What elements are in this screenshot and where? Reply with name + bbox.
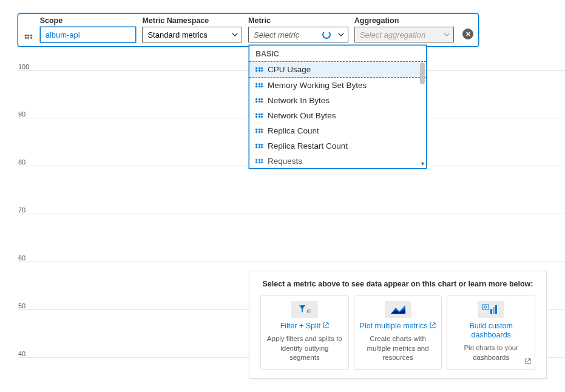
metric-placeholder: Select metric (254, 30, 299, 39)
gridline (18, 262, 565, 262)
chevron-down-icon (232, 32, 238, 38)
dropdown-item[interactable]: Replica Count (249, 123, 426, 138)
hint-card[interactable]: ∈Filter + SplitApply filters and splits … (260, 296, 349, 370)
chart-icon (385, 301, 411, 318)
namespace-value: Standard metrics (147, 30, 207, 39)
svg-rect-8 (495, 305, 497, 314)
dropdown-item-label: Replica Count (268, 126, 319, 135)
scrollbar-track[interactable] (420, 63, 425, 167)
dropdown-section-header: BASIC (249, 46, 426, 61)
metric-namespace-label: Metric Namespace (142, 16, 242, 25)
y-axis-tick-label: 90 (18, 110, 25, 118)
card-title: Build custom dashboards (452, 322, 530, 340)
external-link-icon (525, 358, 531, 365)
hint-card[interactable]: Plot multiple metricsCreate charts with … (354, 296, 442, 370)
dropdown-item[interactable]: Network In Bytes (249, 93, 426, 108)
dropdown-item-label: Memory Working Set Bytes (268, 81, 367, 90)
svg-text:∈: ∈ (306, 308, 311, 314)
metric-icon (255, 98, 263, 103)
metric-icon (255, 67, 263, 72)
dropdown-item[interactable]: Replica Restart Count (249, 138, 426, 154)
external-link-icon (430, 322, 436, 330)
metric-icon (255, 83, 263, 88)
dropdown-item-label: Replica Restart Count (268, 141, 348, 150)
dash-icon (478, 301, 504, 318)
card-title: Filter + Split (280, 322, 329, 331)
chevron-down-icon (338, 32, 344, 38)
y-axis-tick-label: 70 (18, 206, 25, 214)
scope-label: Scope (40, 16, 137, 25)
metric-icon (255, 159, 263, 164)
card-desc: Pin charts to your dashboards (452, 343, 530, 362)
gridline (18, 214, 565, 214)
metric-icon (255, 113, 263, 118)
series-icon (23, 35, 34, 39)
svg-point-1 (300, 305, 301, 306)
dropdown-item[interactable]: Network Out Bytes (249, 108, 426, 123)
hint-card[interactable]: Build custom dashboardsPin charts to you… (447, 296, 535, 370)
card-desc: Apply filters and splits to identify out… (266, 334, 343, 363)
external-link-icon (323, 322, 329, 330)
y-axis-tick-label: 60 (18, 254, 25, 262)
y-axis-tick-label: 80 (18, 158, 25, 166)
hint-panel: Select a metric above to see data appear… (249, 271, 547, 379)
dropdown-item[interactable]: Requests (249, 154, 426, 168)
remove-metric-button[interactable]: ✕ (462, 29, 473, 39)
scope-selector[interactable]: album-api (40, 27, 137, 42)
metric-namespace-selector[interactable]: Standard metrics (142, 27, 242, 42)
chevron-down-icon (444, 32, 450, 38)
metric-dropdown: BASIC ▲ CPU UsageMemory Working Set Byte… (249, 45, 427, 169)
metric-icon (255, 129, 263, 133)
metric-selector-bar: Scope album-api Metric Namespace Standar… (18, 13, 479, 47)
dropdown-item-label: Network In Bytes (268, 96, 330, 105)
metric-selector[interactable]: Select metric (248, 27, 348, 42)
svg-rect-6 (490, 309, 492, 314)
y-axis-tick-label: 50 (18, 302, 25, 309)
y-axis-tick-label: 40 (18, 350, 25, 357)
aggregation-placeholder: Select aggregation (360, 30, 425, 39)
dropdown-item-label: Requests (268, 157, 302, 166)
filter-icon: ∈ (291, 301, 318, 318)
card-title: Plot multiple metrics (360, 322, 436, 331)
loading-spinner-icon (322, 30, 331, 39)
svg-rect-4 (482, 305, 489, 309)
dropdown-item[interactable]: Memory Working Set Bytes (249, 78, 426, 93)
dropdown-item-label: CPU Usage (268, 65, 311, 74)
svg-point-5 (484, 306, 487, 308)
metric-label: Metric (248, 16, 348, 25)
card-desc: Create charts with multiple metrics and … (359, 334, 437, 363)
y-axis-tick-label: 100 (18, 63, 29, 70)
aggregation-label: Aggregation (354, 16, 455, 25)
scroll-down-arrow-icon: ▼ (420, 161, 425, 167)
dropdown-item[interactable]: CPU Usage (249, 61, 426, 78)
hint-title: Select a metric above to see data appear… (260, 280, 535, 288)
scrollbar-thumb[interactable] (420, 63, 425, 84)
svg-rect-7 (493, 307, 495, 314)
dropdown-item-label: Network Out Bytes (268, 111, 336, 120)
metric-icon (255, 144, 263, 149)
aggregation-selector: Select aggregation (354, 27, 455, 42)
scope-value: album-api (46, 30, 80, 39)
